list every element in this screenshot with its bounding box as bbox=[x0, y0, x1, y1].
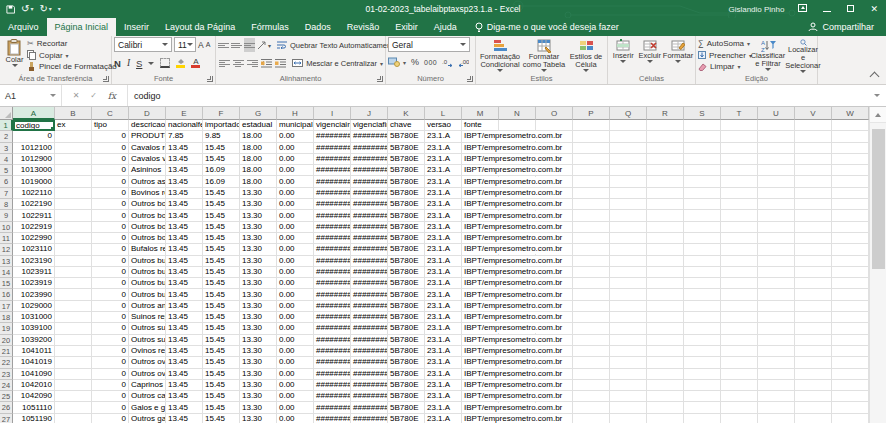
cell-K24[interactable]: 5B780E bbox=[388, 380, 425, 391]
cell-L9[interactable]: 23.1.A bbox=[425, 210, 462, 221]
cell-M16[interactable]: IBPT/empresometro.com.br bbox=[462, 289, 499, 300]
cell-B3[interactable] bbox=[55, 143, 92, 154]
cell-I23[interactable]: ######## bbox=[314, 369, 351, 380]
clipboard-dialog-launcher[interactable] bbox=[103, 76, 109, 82]
cell-F9[interactable]: 15.45 bbox=[203, 210, 240, 221]
cell-A6[interactable]: 1019000 bbox=[13, 176, 55, 187]
cell-D18[interactable]: Suinos rep bbox=[129, 312, 166, 323]
cell-P23[interactable] bbox=[573, 369, 610, 380]
cell-P4[interactable] bbox=[573, 154, 610, 165]
row-header-17[interactable]: 17 bbox=[0, 301, 13, 312]
cell-F6[interactable]: 16.09 bbox=[203, 176, 240, 187]
cell-V4[interactable] bbox=[795, 154, 832, 165]
cell-C19[interactable]: 0 bbox=[92, 323, 129, 334]
cell-U8[interactable] bbox=[758, 199, 795, 210]
cell-H1[interactable]: municipal bbox=[277, 120, 314, 131]
cell-D21[interactable]: Ovinos rep bbox=[129, 346, 166, 357]
cell-V17[interactable] bbox=[795, 301, 832, 312]
cell-U10[interactable] bbox=[758, 222, 795, 233]
cell-I22[interactable]: ######## bbox=[314, 357, 351, 368]
cell-W3[interactable] bbox=[832, 143, 869, 154]
cell-G27[interactable]: 13.30 bbox=[240, 414, 277, 423]
cell-S1[interactable] bbox=[684, 120, 721, 131]
cell-T25[interactable] bbox=[721, 391, 758, 402]
cell-H10[interactable]: 0.00 bbox=[277, 222, 314, 233]
cell-A10[interactable]: 1022919 bbox=[13, 222, 55, 233]
cell-C4[interactable]: 0 bbox=[92, 154, 129, 165]
cell-M3[interactable]: IBPT/empresometro.com.br bbox=[462, 143, 499, 154]
cell-P20[interactable] bbox=[573, 335, 610, 346]
cell-V11[interactable] bbox=[795, 233, 832, 244]
cell-S4[interactable] bbox=[684, 154, 721, 165]
cell-P1[interactable] bbox=[573, 120, 610, 131]
column-header-V[interactable]: V bbox=[795, 107, 832, 120]
cell-K12[interactable]: 5B780E bbox=[388, 244, 425, 255]
row-header-14[interactable]: 14 bbox=[0, 267, 13, 278]
cell-D22[interactable]: Outros ovi bbox=[129, 357, 166, 368]
cell-C27[interactable]: 0 bbox=[92, 414, 129, 423]
cell-H17[interactable]: 0.00 bbox=[277, 301, 314, 312]
cell-B19[interactable] bbox=[55, 323, 92, 334]
cell-W1[interactable] bbox=[832, 120, 869, 131]
cell-S18[interactable] bbox=[684, 312, 721, 323]
cell-W7[interactable] bbox=[832, 188, 869, 199]
cell-K8[interactable]: 5B780E bbox=[388, 199, 425, 210]
cell-J12[interactable]: ######## bbox=[351, 244, 388, 255]
cell-W21[interactable] bbox=[832, 346, 869, 357]
cell-B23[interactable] bbox=[55, 369, 92, 380]
cell-F21[interactable]: 15.45 bbox=[203, 346, 240, 357]
copy-button[interactable]: Copiar▾ bbox=[27, 50, 109, 61]
cell-G4[interactable]: 18.00 bbox=[240, 154, 277, 165]
cell-R12[interactable] bbox=[647, 244, 684, 255]
cell-W5[interactable] bbox=[832, 165, 869, 176]
cell-J4[interactable]: ######## bbox=[351, 154, 388, 165]
cell-T3[interactable] bbox=[721, 143, 758, 154]
cell-D23[interactable]: Outros ovi bbox=[129, 369, 166, 380]
cancel-entry-button[interactable]: ✕ bbox=[73, 91, 80, 100]
cell-P27[interactable] bbox=[573, 414, 610, 423]
cell-V27[interactable] bbox=[795, 414, 832, 423]
tab-review[interactable]: Revisão bbox=[339, 18, 388, 36]
borders-button[interactable] bbox=[160, 58, 170, 68]
cell-S6[interactable] bbox=[684, 176, 721, 187]
cell-K5[interactable]: 5B780E bbox=[388, 165, 425, 176]
cell-V8[interactable] bbox=[795, 199, 832, 210]
cell-S15[interactable] bbox=[684, 278, 721, 289]
maximize-button[interactable] bbox=[847, 0, 854, 18]
cell-G26[interactable]: 13.30 bbox=[240, 402, 277, 413]
cell-I16[interactable]: ######## bbox=[314, 289, 351, 300]
cell-Q27[interactable] bbox=[610, 414, 647, 423]
cell-E18[interactable]: 13.45 bbox=[166, 312, 203, 323]
cell-S5[interactable] bbox=[684, 165, 721, 176]
cell-F18[interactable]: 15.45 bbox=[203, 312, 240, 323]
cell-H15[interactable]: 0.00 bbox=[277, 278, 314, 289]
column-header-D[interactable]: D bbox=[129, 107, 166, 120]
cell-K10[interactable]: 5B780E bbox=[388, 222, 425, 233]
cell-F15[interactable]: 15.45 bbox=[203, 278, 240, 289]
cell-R21[interactable] bbox=[647, 346, 684, 357]
cell-D17[interactable]: Outros ani bbox=[129, 301, 166, 312]
cell-D24[interactable]: Caprinos r bbox=[129, 380, 166, 391]
cell-V6[interactable] bbox=[795, 176, 832, 187]
cell-D5[interactable]: Asininos bbox=[129, 165, 166, 176]
cell-L8[interactable]: 23.1.A bbox=[425, 199, 462, 210]
cell-J20[interactable]: ######## bbox=[351, 335, 388, 346]
cell-I18[interactable]: ######## bbox=[314, 312, 351, 323]
cell-P17[interactable] bbox=[573, 301, 610, 312]
cell-V22[interactable] bbox=[795, 357, 832, 368]
cell-U19[interactable] bbox=[758, 323, 795, 334]
cell-D2[interactable]: PRODUTO bbox=[129, 131, 166, 142]
cell-C7[interactable]: 0 bbox=[92, 188, 129, 199]
cell-L10[interactable]: 23.1.A bbox=[425, 222, 462, 233]
align-bottom-button[interactable] bbox=[244, 38, 255, 52]
cell-E11[interactable]: 13.45 bbox=[166, 233, 203, 244]
cell-G18[interactable]: 13.30 bbox=[240, 312, 277, 323]
cell-B26[interactable] bbox=[55, 402, 92, 413]
cell-F13[interactable]: 15.45 bbox=[203, 256, 240, 267]
cell-D15[interactable]: Outros buf bbox=[129, 278, 166, 289]
cell-J18[interactable]: ######## bbox=[351, 312, 388, 323]
scrollbar-thumb[interactable] bbox=[872, 129, 885, 269]
cell-E4[interactable]: 13.45 bbox=[166, 154, 203, 165]
cell-S23[interactable] bbox=[684, 369, 721, 380]
cell-H24[interactable]: 0.00 bbox=[277, 380, 314, 391]
